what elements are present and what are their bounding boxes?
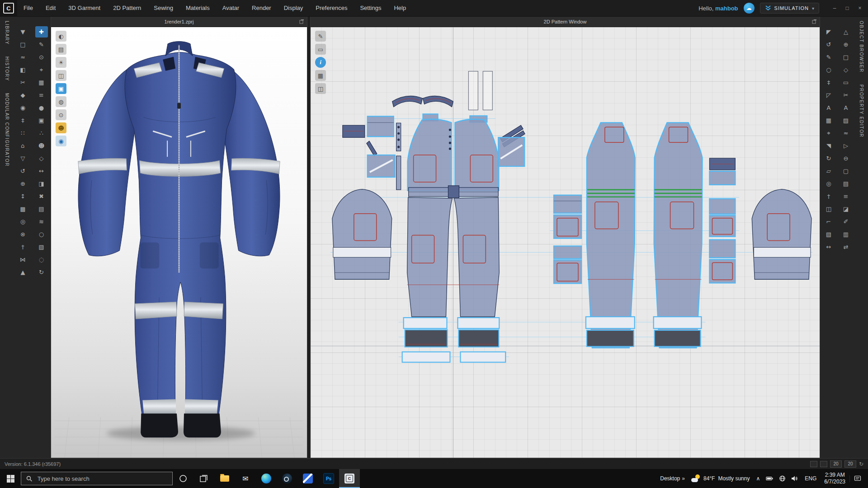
refresh-icon[interactable]: ↻	[859, 461, 863, 467]
grid-toggle-icon[interactable]: ◫	[315, 83, 326, 94]
measure-2d-icon[interactable]: ⌖	[822, 127, 835, 139]
move-gizmo-icon[interactable]: ◎	[17, 216, 29, 227]
username[interactable]: mahbob	[715, 5, 738, 12]
fabric-view-icon[interactable]: ▦	[315, 70, 326, 81]
file-explorer-icon[interactable]	[214, 469, 235, 488]
show-environment-icon[interactable]: ◉	[56, 136, 66, 146]
show-garment-icon[interactable]: ▣	[56, 83, 66, 94]
buttonhole-icon[interactable]: ○	[35, 229, 48, 240]
menu-item[interactable]: 2D Pattern	[107, 0, 147, 16]
status-page-icon[interactable]	[820, 461, 827, 467]
solidify-icon[interactable]: ▩	[17, 203, 29, 215]
texture-surface-icon[interactable]: ◫	[56, 70, 66, 81]
volume-icon[interactable]	[788, 475, 801, 482]
mail-icon[interactable]: ✉	[235, 469, 256, 488]
clo-logo[interactable]: C	[0, 0, 17, 16]
menu-item[interactable]: Materials	[179, 0, 216, 16]
annotate-icon[interactable]: ✐	[840, 216, 852, 227]
show-sewing-icon[interactable]: ≈	[840, 127, 852, 139]
viewport-3d[interactable]: ◐▤☀◫▣◍⊙☻◉	[51, 27, 307, 458]
zipper-pull-icon[interactable]: †	[17, 241, 29, 253]
magnet-icon[interactable]: ◉	[17, 102, 29, 113]
stripe-icon[interactable]: ▥	[840, 229, 852, 240]
notch-icon[interactable]: ‡	[822, 77, 835, 88]
status-page-icon[interactable]	[810, 461, 817, 467]
right-rail-tab[interactable]: PROPERTY EDITOR	[859, 84, 864, 138]
pocket-patterns-left[interactable]	[343, 116, 395, 177]
uv-view-icon[interactable]: ▤	[35, 203, 48, 215]
menu-item[interactable]: Edit	[39, 0, 62, 16]
show-avatar-icon[interactable]: ☻	[56, 122, 66, 133]
remove-point-icon[interactable]: ⊖	[840, 153, 852, 164]
button-icon[interactable]: ●	[35, 102, 48, 113]
rectangle-tool-icon[interactable]: □	[840, 52, 852, 63]
circle-tool-icon[interactable]: ○	[822, 64, 835, 75]
pleat-icon[interactable]: ▤	[840, 178, 852, 189]
light-icon[interactable]: ☀	[56, 57, 66, 68]
clo-icon[interactable]: C	[339, 469, 360, 488]
back-panel-patterns[interactable]	[587, 122, 703, 347]
trace-icon[interactable]: ◸	[822, 89, 835, 101]
attach-pin-icon[interactable]: ⊗	[17, 229, 29, 240]
menu-item[interactable]: Avatar	[216, 0, 245, 16]
steam-icon[interactable]	[277, 469, 297, 488]
select-move-icon[interactable]: ✚	[35, 26, 48, 38]
fold-arrangement-icon[interactable]: ◧	[17, 64, 29, 75]
texture-edit-icon[interactable]: ▦	[822, 115, 835, 126]
clock[interactable]: 2:39 AM 6/7/2023	[820, 469, 849, 488]
edit-curvature-icon[interactable]: ↺	[822, 39, 835, 50]
minimize-button[interactable]: –	[829, 3, 840, 14]
trim-icon[interactable]: ▣	[35, 115, 48, 126]
grading-icon[interactable]: A	[840, 102, 852, 113]
menu-item[interactable]: File	[17, 0, 39, 16]
menu-item[interactable]: Display	[278, 0, 310, 16]
edit-pattern-icon[interactable]: △	[840, 26, 852, 38]
cloud-sync-icon[interactable]: ☁	[744, 3, 755, 14]
panel-2d-titlebar[interactable]: 2D Pattern Window	[311, 17, 820, 27]
avatar-tool-icon[interactable]: ☻	[35, 140, 48, 151]
pocket-stack-left[interactable]	[554, 195, 581, 283]
flatten-icon[interactable]: ◨	[35, 178, 48, 189]
collar-pattern[interactable]	[392, 96, 453, 107]
transform-pattern-icon[interactable]: ◤	[822, 26, 835, 38]
internal-line-icon[interactable]: ≡	[840, 191, 852, 202]
panel-expand-icon[interactable]	[812, 19, 817, 24]
menu-item[interactable]: 3D Garment	[62, 0, 107, 16]
tray-overflow-button[interactable]: ∧	[753, 469, 763, 488]
back-cuff-patterns[interactable]	[586, 317, 702, 347]
measure-3d-icon[interactable]: ↕	[17, 191, 29, 202]
cortana-button[interactable]	[173, 469, 193, 488]
rounded-rect-icon[interactable]: ▢	[840, 165, 852, 177]
measure-overlay-icon[interactable]: ▭	[315, 44, 326, 55]
topstitch-icon[interactable]: ∷	[17, 127, 29, 139]
panel-3d-titlebar[interactable]: 1render1.zprj	[51, 17, 307, 27]
render-style-icon[interactable]: ◐	[56, 31, 66, 42]
unfold-icon[interactable]: ◪	[840, 203, 852, 215]
edit-sub-icon[interactable]: ▷	[840, 140, 852, 151]
close-button[interactable]: ×	[854, 3, 865, 14]
sewing-icon[interactable]: ≈	[17, 52, 29, 63]
fitting-icon[interactable]: ▲	[17, 267, 29, 278]
pocket-stack-right[interactable]	[709, 158, 735, 283]
pose-icon[interactable]: ↻	[35, 267, 48, 278]
show-pins-icon[interactable]: ⊙	[56, 109, 66, 120]
polygon-icon[interactable]: ▱	[822, 165, 835, 177]
notch-edit-icon[interactable]: †	[822, 191, 835, 202]
edit-pin-icon[interactable]: ↺	[17, 165, 29, 177]
measure-tape-icon[interactable]: ⌖	[35, 64, 48, 75]
edge-icon[interactable]	[256, 469, 277, 488]
taskbar-search[interactable]	[21, 472, 173, 485]
avatar-tape-icon[interactable]: ≋	[35, 216, 48, 227]
free-sewing-icon[interactable]: ↔	[35, 165, 48, 177]
mirror-icon[interactable]: ◫	[822, 203, 835, 215]
front-cuff-patterns[interactable]	[402, 318, 506, 362]
pattern-piece[interactable]	[468, 71, 478, 110]
language-indicator[interactable]: ENG	[801, 469, 820, 488]
left-rail-tab[interactable]: LIBRARY	[5, 21, 9, 45]
start-button[interactable]	[0, 469, 21, 488]
left-rail-tab[interactable]: HISTORY	[5, 56, 9, 81]
search-input[interactable]	[37, 475, 167, 483]
cut-sew-icon[interactable]: ✖	[35, 191, 48, 202]
text-tool-icon[interactable]: A	[822, 102, 835, 113]
reset-arrangement-icon[interactable]: ▽	[17, 153, 29, 164]
